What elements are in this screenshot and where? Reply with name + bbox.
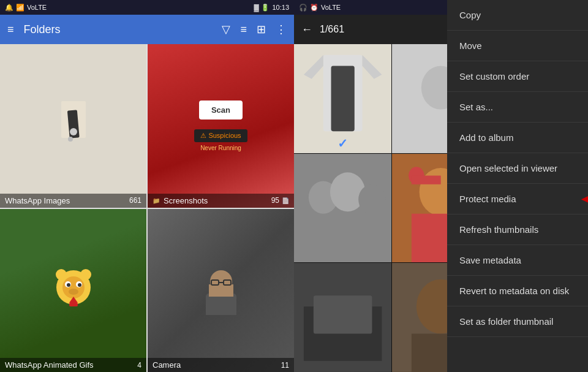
sim-icon: 📶 xyxy=(16,4,24,12)
time-display: 10:13 xyxy=(272,4,289,11)
folder-whatsapp-images[interactable]: WhatsApp Images 661 xyxy=(0,44,146,208)
menu-item-add-to-album-label: Add to album xyxy=(459,132,513,143)
screenshots-thumbnail: Scan ⚠ Suspicious Never Running xyxy=(148,44,294,208)
menu-item-revert-metadata[interactable]: Revert to metadata on disk xyxy=(447,276,588,306)
menu-item-refresh-thumbnails-label: Refresh thumbnails xyxy=(459,224,538,235)
photo-desk xyxy=(294,263,391,372)
sort-button[interactable]: ≡ xyxy=(240,23,247,36)
menu-item-revert-metadata-label: Revert to metadata on disk xyxy=(459,286,569,296)
left-panel: 🔔 📶 VoLTE ▓ 🔋 10:13 ≡ Folders ▽ ≡ ⊞ ⋮ xyxy=(0,0,294,372)
folders-grid: WhatsApp Images 661 Scan ⚠ Suspicious Ne… xyxy=(0,44,294,372)
notification-icon: 🔔 xyxy=(5,4,13,12)
scan-label: Scan xyxy=(199,101,243,120)
menu-item-open-selected[interactable]: Open selected in viewer xyxy=(447,153,588,184)
back-button[interactable]: ← xyxy=(301,23,312,36)
menu-item-protect-media[interactable]: Protect media ➤ xyxy=(447,184,588,214)
menu-item-copy[interactable]: Copy xyxy=(447,0,588,31)
wifi-icon: VoLTE xyxy=(27,4,47,11)
folder-name-2: Screenshots xyxy=(164,196,208,205)
folder-label-2: 📁 Screenshots 95 📄 xyxy=(148,194,294,208)
menu-item-save-metadata-label: Save metadata xyxy=(459,255,521,265)
left-toolbar: ≡ Folders ▽ ≡ ⊞ ⋮ xyxy=(0,15,294,44)
photo-cell-7[interactable] xyxy=(294,263,391,372)
folder-screenshots[interactable]: Scan ⚠ Suspicious Never Running 📁 Screen… xyxy=(148,44,294,208)
menu-item-add-to-album[interactable]: Add to album xyxy=(447,123,588,153)
svg-rect-40 xyxy=(412,175,441,184)
left-status-bar: 🔔 📶 VoLTE ▓ 🔋 10:13 xyxy=(0,0,294,15)
svg-point-14 xyxy=(80,269,91,280)
never-label: Never Running xyxy=(200,145,241,151)
svg-rect-15 xyxy=(69,303,78,306)
shirt-illustration xyxy=(49,95,98,156)
count-with-icon: 95 📄 xyxy=(271,196,289,205)
svg-point-4 xyxy=(70,128,77,135)
svg-marker-1 xyxy=(49,101,61,113)
photo-checkmark-1: ✓ xyxy=(337,136,348,151)
right-panel: 🎧 ⏰ VoLTE ▓ 🔋 10:20 ← 1/661 ↑ ⋮ ✓ xyxy=(294,0,588,372)
menu-item-protect-media-label: Protect media xyxy=(459,194,516,204)
svg-rect-19 xyxy=(209,284,233,297)
volte-icon: VoLTE xyxy=(321,4,341,11)
context-menu: Copy Move Set custom order Set as... Add… xyxy=(447,0,588,372)
folder-label-1: WhatsApp Images 661 xyxy=(0,194,146,208)
menu-item-set-as[interactable]: Set as... xyxy=(447,92,588,123)
filter-button[interactable]: ▽ xyxy=(222,23,230,36)
folder-count-2: 95 xyxy=(271,196,279,205)
album-icon: 📁 xyxy=(153,197,160,204)
menu-button[interactable]: ≡ xyxy=(7,23,14,36)
svg-point-10 xyxy=(67,283,70,287)
svg-rect-18 xyxy=(206,294,236,315)
svg-rect-25 xyxy=(331,66,355,132)
grid-view-button[interactable]: ⊞ xyxy=(257,23,266,36)
folder-label-3: WhatsApp Animated Gifs 4 xyxy=(0,358,146,372)
folder-name-4: Camera xyxy=(153,360,181,370)
signal-icon: ▓ xyxy=(254,4,258,11)
menu-item-copy-label: Copy xyxy=(459,10,481,20)
svg-rect-46 xyxy=(314,296,372,334)
status-left-icons: 🔔 📶 VoLTE xyxy=(5,4,47,12)
menu-item-set-as-label: Set as... xyxy=(459,102,493,112)
menu-item-set-custom-order[interactable]: Set custom order xyxy=(447,61,588,92)
menu-item-set-folder-thumbnail-label: Set as folder thumbnail xyxy=(459,316,553,327)
folder-small-icon: 📄 xyxy=(282,197,289,204)
suspicious-label: ⚠ Suspicious xyxy=(194,129,247,142)
headphones-icon: 🎧 xyxy=(299,4,307,12)
status-right-icons: ▓ 🔋 10:13 xyxy=(254,4,289,12)
right-status-left: 🎧 ⏰ VoLTE xyxy=(299,4,341,12)
clock-icon: ⏰ xyxy=(310,4,318,12)
folder-count-3: 4 xyxy=(137,361,141,370)
folder-count-1: 661 xyxy=(129,196,141,205)
more-options-button[interactable]: ⋮ xyxy=(276,23,287,36)
toolbar-title: Folders xyxy=(24,23,213,36)
menu-item-move-label: Move xyxy=(459,40,482,51)
folder-label-4: Camera 11 xyxy=(148,358,294,372)
folder-camera[interactable]: Camera 11 xyxy=(148,209,294,373)
photo-cell-1[interactable]: ✓ xyxy=(294,44,391,153)
svg-point-35 xyxy=(358,184,386,214)
menu-item-refresh-thumbnails[interactable]: Refresh thumbnails xyxy=(447,214,588,245)
photo-group xyxy=(294,154,391,263)
svg-point-11 xyxy=(78,283,81,287)
menu-item-save-metadata[interactable]: Save metadata xyxy=(447,245,588,276)
camera-thumbnail xyxy=(148,209,294,373)
folder-animated-gifs[interactable]: WhatsApp Animated Gifs 4 xyxy=(0,209,146,373)
menu-item-move[interactable]: Move xyxy=(447,31,588,61)
svg-point-12 xyxy=(69,289,78,295)
folder-name-1: WhatsApp Images xyxy=(5,196,70,205)
toolbar-action-icons: ▽ ≡ ⊞ ⋮ xyxy=(222,23,287,36)
pooh-illustration xyxy=(52,266,95,315)
battery-icon: 🔋 xyxy=(261,4,270,12)
label-with-icons: 📁 Screenshots xyxy=(153,196,208,205)
menu-item-open-selected-label: Open selected in viewer xyxy=(459,163,557,173)
person-illustration xyxy=(197,266,246,315)
svg-point-7 xyxy=(62,276,85,298)
pooh-thumbnail xyxy=(0,209,146,373)
photo-cell-4[interactable] xyxy=(294,154,391,263)
svg-point-13 xyxy=(56,269,67,280)
svg-point-5 xyxy=(68,137,73,142)
folder-name-3: WhatsApp Animated Gifs xyxy=(5,360,94,370)
menu-item-set-folder-thumbnail[interactable]: Set as folder thumbnail xyxy=(447,306,588,337)
svg-marker-2 xyxy=(86,101,98,113)
red-arrow-icon: ➤ xyxy=(581,189,588,208)
folder-count-4: 11 xyxy=(281,361,289,370)
